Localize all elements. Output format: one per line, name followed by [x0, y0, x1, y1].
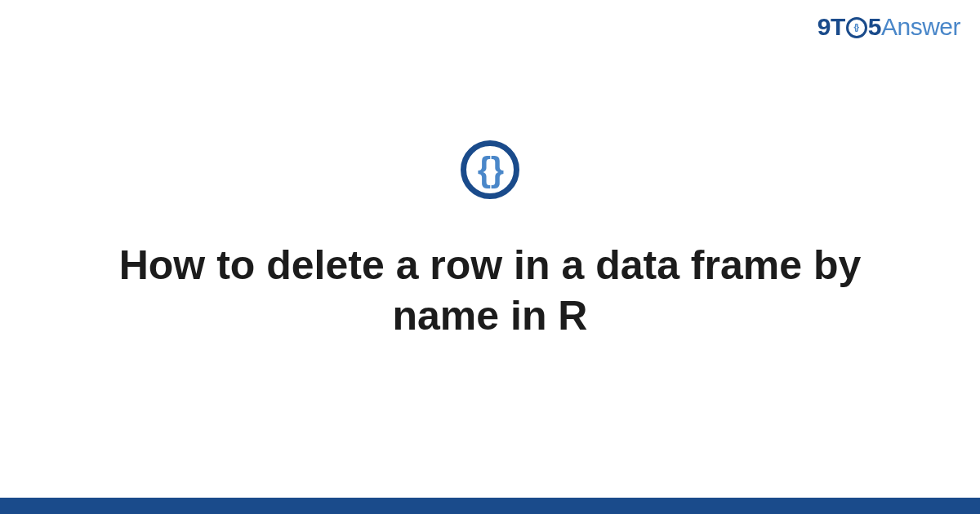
braces-icon: { }: [478, 153, 499, 187]
footer-accent-bar: [0, 498, 980, 514]
main-content: { } How to delete a row in a data frame …: [0, 0, 980, 514]
category-icon-circle: { }: [461, 140, 519, 199]
page-title: How to delete a row in a data frame by n…: [102, 240, 878, 342]
